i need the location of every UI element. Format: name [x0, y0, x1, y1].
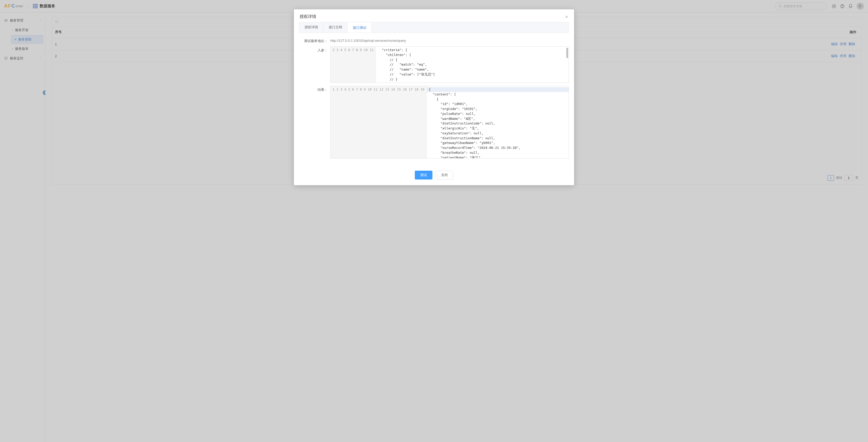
- modal-footer: 测试 关闭: [294, 166, 574, 185]
- label-url: 测试服务地址：: [299, 37, 330, 43]
- params-gutter: 2 3 4 5 6 7 8 9 10 11: [331, 47, 376, 83]
- result-editor[interactable]: 1 2 3 4 5 6 7 8 9 10 11 12 13 14 15 16 1…: [330, 86, 569, 158]
- result-gutter: 1 2 3 4 5 6 7 8 9 10 11 12 13 14 15 16 1…: [331, 86, 427, 158]
- label-params: 入参：: [299, 46, 330, 53]
- modal-header: 授权详情: [294, 9, 574, 22]
- close-icon[interactable]: [565, 15, 568, 19]
- scrollbar-thumb[interactable]: [566, 48, 568, 58]
- close-button[interactable]: 关闭: [436, 171, 453, 180]
- result-code[interactable]: { "content": [ { "id": "id001", "orgCode…: [427, 86, 569, 158]
- tab-auth-detail[interactable]: 授权详情: [299, 22, 323, 33]
- row-result: 结果： 1 2 3 4 5 6 7 8 9 10 11 12 13 14 15 …: [299, 86, 569, 158]
- params-code[interactable]: "criteria": { "children": [ // { // "mat…: [376, 47, 569, 83]
- modal-body: 授权详情 接口文档 接口测试 测试服务地址： http://127.0.0.1:…: [294, 22, 574, 166]
- modal-overlay: 授权详情 授权详情 接口文档 接口测试 测试服务地址： http://127.0…: [0, 0, 868, 442]
- row-url: 测试服务地址： http://127.0.0.1:10010/api/sql-s…: [299, 37, 569, 43]
- modal-title: 授权详情: [300, 14, 316, 20]
- modal-auth-detail: 授权详情 授权详情 接口文档 接口测试 测试服务地址： http://127.0…: [294, 9, 574, 185]
- params-editor[interactable]: 2 3 4 5 6 7 8 9 10 11 "criteria": { "chi…: [330, 46, 569, 83]
- tab-api-test[interactable]: 接口测试: [348, 22, 372, 33]
- row-params: 入参： 2 3 4 5 6 7 8 9 10 11 "criteria": { …: [299, 46, 569, 83]
- tab-api-doc[interactable]: 接口文档: [323, 22, 348, 33]
- tab-bar: 授权详情 接口文档 接口测试: [299, 22, 569, 33]
- test-button[interactable]: 测试: [415, 171, 432, 180]
- label-result: 结果：: [299, 86, 330, 92]
- value-url: http://127.0.0.1:10010/api/sql-services/…: [330, 37, 569, 42]
